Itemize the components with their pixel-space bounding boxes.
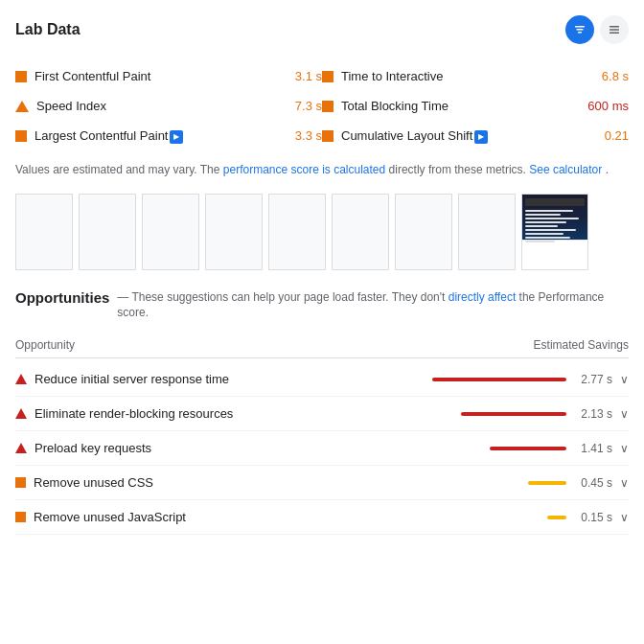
flag-icon: ▶ [474,130,488,144]
filmstrip-frame [395,194,452,270]
savings-value: 0.15 s [572,511,612,524]
savings-bar [490,447,566,450]
metric-label: Largest Contentful Paint▶ [34,128,266,144]
opportunity-row-5[interactable]: Remove unused JavaScript 0.15 s ∨ [15,500,629,535]
opportunity-label: Preload key requests [34,441,429,455]
filmstrip-frame [268,194,326,270]
metric-label: Cumulative Layout Shift▶ [341,128,573,144]
opportunities-note: — These suggestions can help your page l… [117,289,629,322]
col-savings: Estimated Savings [534,338,629,352]
metrics-grid: First Contentful Paint 3.1 s Time to Int… [15,63,629,150]
warning-icon [15,443,27,453]
header-icons [565,15,629,44]
savings-bar-area: 2.77 s ∨ [432,373,629,386]
metric-label: First Contentful Paint [34,69,266,83]
metric-value: 3.1 s [274,69,322,83]
performance-score-link[interactable]: performance score is calculated [223,163,385,176]
metric-si: Speed Index 7.3 s [15,93,322,119]
metric-value: 7.3 s [274,99,322,113]
metric-fcp: First Contentful Paint 3.1 s [15,63,322,89]
page-title: Lab Data [15,21,80,38]
filmstrip-frame [332,194,389,270]
opportunity-row-1[interactable]: Reduce initial server response time 2.77… [15,362,629,397]
opportunity-row-2[interactable]: Eliminate render-blocking resources 2.13… [15,397,629,431]
metric-icon [15,71,27,82]
directly-affect-link[interactable]: directly affect [448,290,516,304]
filmstrip-frame [79,194,136,270]
metric-lcp: Largest Contentful Paint▶ 3.3 s [15,123,322,150]
metric-tbt: Total Blocking Time 600 ms [322,93,629,119]
warning-icon [15,477,26,488]
svg-rect-1 [577,29,584,31]
metric-tti: Time to Interactive 6.8 s [322,63,629,89]
metric-label: Total Blocking Time [341,99,573,113]
metric-icon [15,101,29,112]
chevron-icon: ∨ [620,373,629,386]
metric-label: Time to Interactive [341,69,573,83]
metric-icon [15,130,27,142]
savings-bar [461,412,566,416]
savings-value: 0.45 s [572,476,612,490]
svg-rect-3 [610,26,619,28]
filter-button[interactable] [565,15,594,44]
filmstrip-frame [142,194,199,270]
filmstrip-screenshot [521,194,588,270]
col-opportunity: Opportunity [15,338,75,352]
savings-bar-area: 1.41 s ∨ [437,442,629,455]
savings-value: 2.77 s [572,373,612,386]
savings-bar-area: 2.13 s ∨ [437,407,629,421]
savings-value: 1.41 s [572,442,612,455]
menu-button[interactable] [600,15,629,44]
svg-rect-0 [575,26,585,28]
filmstrip-frame [458,194,516,270]
metric-value: 0.21 [581,128,629,143]
metric-icon [322,71,334,82]
metric-label: Speed Index [36,99,266,113]
svg-rect-2 [578,32,582,34]
metric-value: 6.8 s [581,69,629,83]
opportunity-label: Reduce initial server response time [34,372,425,386]
opportunity-label: Remove unused JavaScript [34,510,429,524]
svg-rect-4 [610,29,619,31]
opportunity-row-4[interactable]: Remove unused CSS 0.45 s ∨ [15,466,629,500]
chevron-icon: ∨ [620,442,629,455]
opportunity-row-3[interactable]: Preload key requests 1.41 s ∨ [15,431,629,466]
savings-bar [547,516,566,519]
warning-icon [15,374,27,384]
metric-value: 600 ms [581,99,629,113]
warning-icon [15,408,27,419]
chevron-icon: ∨ [620,407,629,421]
savings-bar [528,481,566,485]
chevron-icon: ∨ [620,476,629,490]
flag-icon: ▶ [170,130,183,144]
savings-bar-area: 0.45 s ∨ [437,476,629,490]
filmstrip [15,194,629,270]
svg-rect-5 [610,33,619,34]
opportunities-section: Opportunities — These suggestions can he… [15,289,629,536]
savings-bar [432,378,566,381]
metric-icon [322,130,334,142]
metric-icon [322,101,334,112]
savings-bar-area: 0.15 s ∨ [437,511,629,524]
opportunity-label: Eliminate render-blocking resources [34,406,429,421]
opportunities-title: Opportunities [15,289,109,306]
filmstrip-frame [205,194,263,270]
table-header: Opportunity Estimated Savings [15,333,629,358]
chevron-icon: ∨ [620,511,629,524]
calculator-link[interactable]: See calculator [529,163,602,176]
metrics-note: Values are estimated and may vary. The p… [15,161,629,178]
savings-value: 2.13 s [572,407,612,421]
metric-value: 3.3 s [274,128,322,143]
filmstrip-frame [15,194,73,270]
opportunity-label: Remove unused CSS [34,475,429,490]
metric-cls: Cumulative Layout Shift▶ 0.21 [322,123,629,150]
warning-icon [15,512,26,522]
